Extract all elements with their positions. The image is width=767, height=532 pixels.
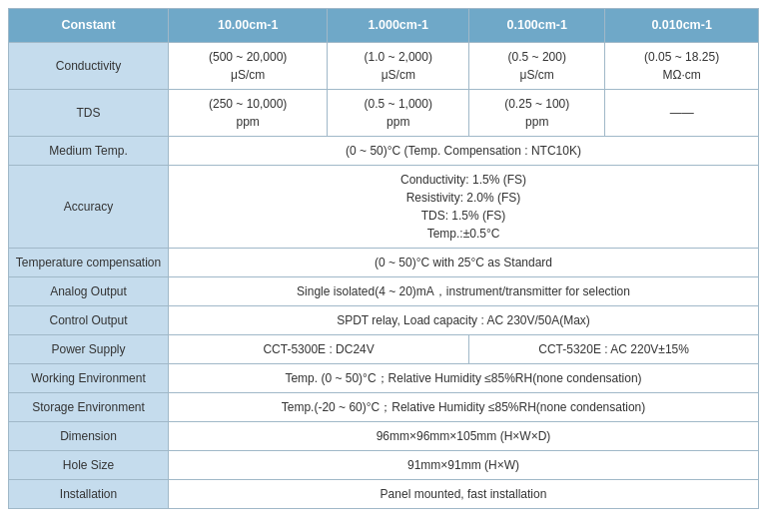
tds-col3: (0.25 ~ 100)ppm xyxy=(469,89,605,136)
table-row: Power Supply CCT-5300E : DC24V CCT-5320E… xyxy=(9,334,759,363)
dimension-label: Dimension xyxy=(9,421,169,450)
header-001cm: 0.010cm-1 xyxy=(605,9,759,43)
header-1cm: 1.000cm-1 xyxy=(328,9,469,43)
analog-output-label: Analog Output xyxy=(9,276,169,305)
accuracy-line3: TDS: 1.5% (FS) xyxy=(421,209,506,223)
conductivity-col4: (0.05 ~ 18.25)MΩ·cm xyxy=(605,42,759,89)
conductivity-col1: (500 ~ 20,000)μS/cm xyxy=(169,42,328,89)
hole-size-value: 91mm×91mm (H×W) xyxy=(169,450,759,479)
analog-output-value: Single isolated(4 ~ 20)mA，instrument/tra… xyxy=(169,276,759,305)
table-row: Control Output SPDT relay, Load capacity… xyxy=(9,305,759,334)
control-output-value: SPDT relay, Load capacity : AC 230V/50A(… xyxy=(169,305,759,334)
working-env-value: Temp. (0 ~ 50)°C；Relative Humidity ≤85%R… xyxy=(169,363,759,392)
tds-col4: —— xyxy=(605,89,759,136)
table-row: TDS (250 ~ 10,000)ppm (0.5 ~ 1,000)ppm (… xyxy=(9,89,759,136)
control-output-label: Control Output xyxy=(9,305,169,334)
conductivity-col2: (1.0 ~ 2,000)μS/cm xyxy=(328,42,469,89)
hole-size-label: Hole Size xyxy=(9,450,169,479)
power-supply-label: Power Supply xyxy=(9,334,169,363)
installation-label: Installation xyxy=(9,479,169,508)
table-row: Dimension 96mm×96mm×105mm (H×W×D) xyxy=(9,421,759,450)
dimension-value: 96mm×96mm×105mm (H×W×D) xyxy=(169,421,759,450)
power-supply-col1: CCT-5300E : DC24V xyxy=(169,334,469,363)
table-row: Installation Panel mounted, fast install… xyxy=(9,479,759,508)
tds-col1: (250 ~ 10,000)ppm xyxy=(169,89,328,136)
accuracy-line1: Conductivity: 1.5% (FS) xyxy=(400,173,526,187)
table-row: Accuracy Conductivity: 1.5% (FS) Resisti… xyxy=(9,165,759,248)
temp-comp-label: Temperature compensation xyxy=(9,248,169,276)
accuracy-line2: Resistivity: 2.0% (FS) xyxy=(406,191,521,205)
table-row: Temperature compensation (0 ~ 50)°C with… xyxy=(9,248,759,276)
storage-env-label: Storage Environment xyxy=(9,392,169,421)
conductivity-label: Conductivity xyxy=(9,42,169,89)
header-01cm: 0.100cm-1 xyxy=(469,9,605,43)
table-row: Storage Environment Temp.(-20 ~ 60)°C；Re… xyxy=(9,392,759,421)
temp-comp-value: (0 ~ 50)°C with 25°C as Standard xyxy=(169,248,759,276)
power-supply-col2: CCT-5320E : AC 220V±15% xyxy=(469,334,759,363)
accuracy-line4: Temp.:±0.5°C xyxy=(427,227,500,241)
table-row: Analog Output Single isolated(4 ~ 20)mA，… xyxy=(9,276,759,305)
conductivity-col3: (0.5 ~ 200)μS/cm xyxy=(469,42,605,89)
medium-temp-value: (0 ~ 50)°C (Temp. Compensation : NTC10K) xyxy=(169,136,759,165)
header-10cm: 10.00cm-1 xyxy=(169,9,328,43)
table-row: Medium Temp. (0 ~ 50)°C (Temp. Compensat… xyxy=(9,136,759,165)
table-row: Conductivity (500 ~ 20,000)μS/cm (1.0 ~ … xyxy=(9,42,759,89)
installation-value: Panel mounted, fast installation xyxy=(169,479,759,508)
accuracy-value: Conductivity: 1.5% (FS) Resistivity: 2.0… xyxy=(169,165,759,248)
accuracy-label: Accuracy xyxy=(9,165,169,248)
medium-temp-label: Medium Temp. xyxy=(9,136,169,165)
header-constant: Constant xyxy=(9,9,169,43)
table-row: Working Environment Temp. (0 ~ 50)°C；Rel… xyxy=(9,363,759,392)
storage-env-value: Temp.(-20 ~ 60)°C；Relative Humidity ≤85%… xyxy=(169,392,759,421)
spec-table: Constant 10.00cm-1 1.000cm-1 0.100cm-1 0… xyxy=(8,8,759,509)
tds-col2: (0.5 ~ 1,000)ppm xyxy=(328,89,469,136)
tds-label: TDS xyxy=(9,89,169,136)
working-env-label: Working Environment xyxy=(9,363,169,392)
table-row: Hole Size 91mm×91mm (H×W) xyxy=(9,450,759,479)
